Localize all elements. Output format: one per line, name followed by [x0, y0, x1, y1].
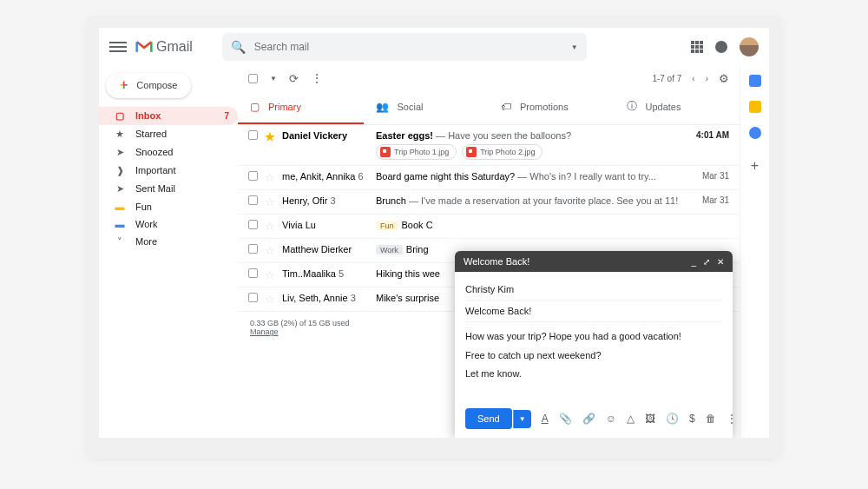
tab-label: Primary — [268, 102, 301, 112]
sidebar-item-snoozed[interactable]: ➤ Snoozed — [99, 143, 238, 162]
mail-row[interactable]: ★ Daniel Vickery Easter eggs! — Have you… — [238, 125, 740, 166]
row-checkbox[interactable] — [248, 171, 258, 181]
select-dropdown-icon[interactable]: ▼ — [270, 75, 277, 83]
row-checkbox[interactable] — [248, 220, 258, 229]
refresh-icon[interactable]: ⟳ — [289, 72, 299, 85]
row-checkbox[interactable] — [248, 268, 258, 278]
to-field[interactable]: Christy Kim — [465, 279, 722, 301]
confidential-icon[interactable]: 🕓 — [666, 413, 679, 425]
sidebar-item-fun[interactable]: ▬ Fun — [99, 198, 238, 215]
compose-line: Let me know. — [465, 367, 722, 382]
send-button[interactable]: Send — [465, 408, 512, 429]
search-input[interactable] — [254, 41, 571, 53]
calendar-icon[interactable] — [749, 75, 761, 87]
compose-body-text[interactable]: How was your trip? Hope you had a good v… — [465, 322, 722, 393]
hamburger-menu-icon[interactable] — [109, 38, 127, 56]
star-icon[interactable]: ★ — [265, 130, 275, 143]
drive-icon[interactable]: △ — [627, 413, 635, 425]
emoji-icon[interactable]: ☺ — [606, 413, 616, 425]
link-icon[interactable]: 🔗 — [582, 413, 595, 425]
close-icon[interactable]: ✕ — [717, 257, 724, 267]
star-icon[interactable]: ☆ — [265, 195, 275, 208]
date: Mar 31 — [702, 195, 729, 205]
star-icon[interactable]: ☆ — [265, 293, 275, 306]
compose-button[interactable]: + Compose — [106, 73, 191, 98]
money-icon[interactable]: $ — [689, 413, 695, 425]
sidebar-item-more[interactable]: ˅ More — [99, 233, 238, 251]
mail-row[interactable]: ☆ Henry, Ofir 3 Brunch — I've made a res… — [238, 190, 740, 215]
storage-manage-link[interactable]: Manage — [250, 327, 279, 336]
settings-gear-icon[interactable]: ⚙ — [719, 72, 729, 85]
plus-icon: + — [120, 80, 128, 91]
tab-social[interactable]: 👥Social — [364, 90, 490, 124]
nav-icon: ➤ — [115, 183, 125, 195]
photo-icon[interactable]: 🖼 — [645, 413, 655, 425]
sidebar-item-sent-mail[interactable]: ➤ Sent Mail — [99, 180, 238, 198]
notifications-icon[interactable] — [715, 41, 727, 53]
subject: Bring — [406, 244, 429, 254]
attachment-chip[interactable]: Trip Photo 2.jpg — [462, 144, 542, 160]
compose-more-icon[interactable]: ⋮ — [727, 413, 733, 425]
account-avatar[interactable] — [740, 37, 759, 56]
pager-text: 1-7 of 7 — [652, 74, 681, 83]
sidebar-item-starred[interactable]: ★ Starred — [99, 125, 238, 143]
tab-updates[interactable]: ⓘUpdates — [615, 90, 740, 124]
prev-page-icon[interactable]: ‹ — [692, 74, 694, 83]
tasks-icon[interactable] — [749, 127, 761, 139]
subject-field[interactable]: Welcome Back! — [465, 301, 722, 322]
next-page-icon[interactable]: › — [706, 74, 708, 83]
compose-header[interactable]: Welcome Back! _ ⤢ ✕ — [455, 251, 733, 272]
row-checkbox[interactable] — [248, 130, 258, 140]
snippet: — I've made a reservation at your favori… — [409, 195, 678, 206]
star-icon[interactable]: ☆ — [265, 244, 275, 257]
nav-label: Work — [135, 219, 157, 229]
send-dropdown-icon[interactable]: ▼ — [513, 410, 531, 428]
select-all-checkbox[interactable] — [248, 74, 258, 83]
tab-icon: 🏷 — [501, 101, 511, 113]
sender: Tim..Maalika 5 — [282, 268, 369, 279]
google-apps-icon[interactable] — [691, 41, 703, 53]
star-icon[interactable]: ☆ — [265, 268, 275, 281]
attach-icon[interactable]: 📎 — [559, 413, 572, 425]
compose-window: Welcome Back! _ ⤢ ✕ Christy Kim Welcome … — [455, 251, 733, 438]
nav-icon: ▢ — [115, 110, 125, 122]
search-dropdown-icon[interactable]: ▼ — [571, 43, 578, 51]
nav-icon: ˅ — [115, 236, 125, 248]
gmail-logo[interactable]: Gmail — [135, 39, 193, 55]
tab-promotions[interactable]: 🏷Promotions — [489, 90, 615, 124]
row-checkbox[interactable] — [248, 195, 258, 205]
nav-label: Snoozed — [135, 147, 173, 157]
star-icon[interactable]: ☆ — [265, 171, 275, 184]
expand-icon[interactable]: ⤢ — [703, 257, 710, 267]
snippet: — Have you seen the balloons? — [436, 130, 571, 141]
discard-icon[interactable]: 🗑 — [706, 413, 716, 425]
row-checkbox[interactable] — [248, 293, 258, 302]
add-addon-icon[interactable]: + — [751, 158, 759, 174]
more-icon[interactable]: ⋮ — [311, 71, 323, 85]
mail-row[interactable]: ☆ Vivia Lu FunBook C — [238, 215, 740, 239]
header: Gmail 🔍 ▼ — [99, 28, 769, 66]
minimize-icon[interactable]: _ — [691, 257, 696, 267]
nav-label: Sent Mail — [135, 183, 175, 194]
format-icon[interactable]: A — [542, 413, 549, 425]
row-checkbox[interactable] — [248, 244, 258, 254]
snippet: — Who's in? I really want to try... — [517, 171, 656, 182]
keep-icon[interactable] — [749, 101, 761, 113]
category-tabs: ▢Primary👥Social🏷PromotionsⓘUpdates — [238, 90, 740, 125]
sidebar-item-work[interactable]: ▬ Work — [99, 215, 238, 233]
sender: Henry, Ofir 3 — [282, 195, 369, 206]
tab-primary[interactable]: ▢Primary — [238, 90, 364, 124]
tab-label: Updates — [646, 102, 681, 112]
label-chip: Fun — [376, 221, 398, 230]
mail-row[interactable]: ☆ me, Ankit, Annika 6 Board game night t… — [238, 166, 740, 190]
sidebar-item-inbox[interactable]: ▢ Inbox 7 — [99, 107, 238, 125]
toolbar: ▼ ⟳ ⋮ 1-7 of 7 ‹ › ⚙ — [238, 66, 740, 90]
search-bar[interactable]: 🔍 ▼ — [222, 33, 587, 61]
attachment-chip[interactable]: Trip Photo 1.jpg — [376, 144, 457, 160]
sidebar-item-important[interactable]: ❱ Important — [99, 162, 238, 180]
subject: Mike's surprise — [376, 293, 439, 303]
sender: Liv, Seth, Annie 3 — [282, 293, 369, 303]
nav-icon: ❱ — [115, 165, 125, 176]
star-icon[interactable]: ☆ — [265, 220, 275, 233]
nav-icon: ▬ — [115, 219, 125, 229]
